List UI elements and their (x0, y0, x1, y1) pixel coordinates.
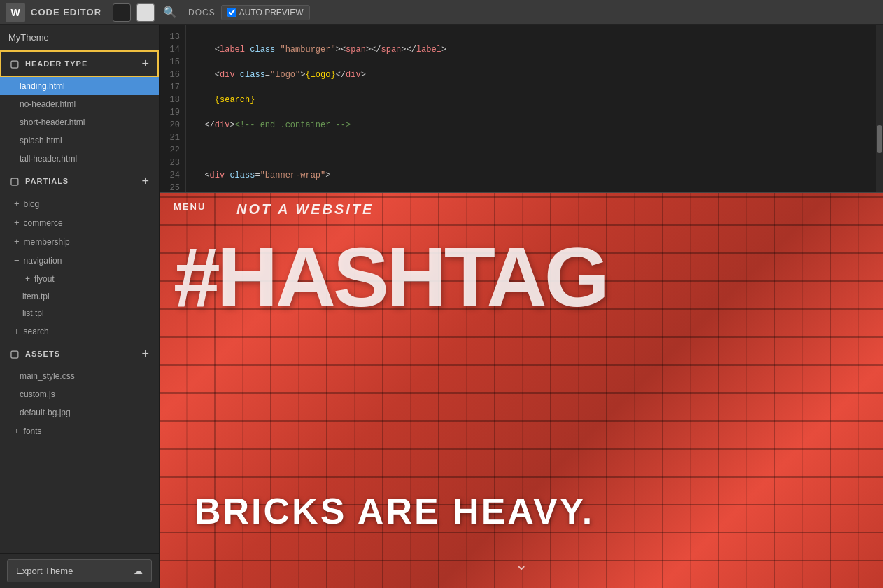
header-type-header-left: ▢ HEADER TYPE (10, 58, 87, 69)
partial-commerce[interactable]: + commerce (0, 213, 159, 232)
code-line-17 (195, 144, 875, 157)
search-btn[interactable]: 🔍 (160, 3, 180, 22)
app-logo: W (6, 3, 25, 22)
preview-area: MENU NOT A WEBSITE #HASHTAG BRICKS ARE H… (160, 193, 883, 588)
preview-hashtag: #HASHTAG (174, 235, 607, 319)
partials-icon: ▢ (10, 175, 20, 187)
code-line-16: </div><!-- end .container --> (195, 119, 875, 131)
editor-preview-area: 13 14 15 16 17 18 19 20 21 22 23 24 25 2… (160, 25, 883, 588)
assets-icon: ▢ (10, 348, 20, 359)
partials-header-left: ▢ PARTIALS (10, 175, 69, 187)
file-item-tpl[interactable]: item.tpl (0, 288, 159, 305)
line-num-25: 25 (160, 182, 185, 192)
code-line-18: <div class="banner-wrap"> (195, 169, 875, 182)
add-partial-btn[interactable]: + (141, 175, 149, 187)
line-num-13: 13 (160, 31, 185, 43)
file-landing-html[interactable]: landing.html (0, 77, 159, 95)
file-icon: ▢ (10, 58, 20, 69)
header-type-label: HEADER TYPE (25, 59, 87, 68)
line-num-24: 24 (160, 169, 185, 182)
code-line-13: <label class="hamburger"><span></span></… (195, 43, 875, 56)
export-theme-label: Export Theme (16, 566, 73, 576)
assets-label: ASSETS (25, 350, 60, 358)
toolbar: W CODE EDITOR 🔍 DOCS AUTO PREVIEW (0, 0, 883, 25)
preview-menu-label: MENU (174, 201, 206, 212)
add-header-btn[interactable]: + (141, 57, 149, 70)
docs-link[interactable]: DOCS (188, 8, 216, 17)
code-line-14: <div class="logo">{logo}</div> (195, 69, 875, 81)
dark-theme-btn[interactable] (113, 3, 131, 22)
line-numbers: 13 14 15 16 17 18 19 20 21 22 23 24 25 2… (160, 25, 186, 192)
header-type-section[interactable]: ▢ HEADER TYPE + (0, 50, 159, 77)
plus-icon-membership: + (14, 236, 20, 247)
file-splash-html[interactable]: splash.html (0, 131, 159, 150)
minus-icon-navigation: − (14, 255, 20, 266)
auto-preview-toggle[interactable]: AUTO PREVIEW (221, 5, 310, 20)
logo-icon: W (10, 7, 20, 18)
file-main-style-css[interactable]: main_style.css (0, 367, 159, 385)
auto-preview-label: AUTO PREVIEW (239, 8, 304, 17)
cloud-upload-icon: ☁ (134, 566, 143, 576)
line-num-14: 14 (160, 43, 185, 56)
plus-icon-commerce: + (14, 217, 20, 228)
partial-fonts[interactable]: + fonts (0, 422, 159, 440)
scrollbar-thumb[interactable] (877, 125, 882, 153)
line-num-21: 21 (160, 131, 185, 144)
partials-section[interactable]: ▢ PARTIALS + (0, 168, 159, 194)
sidebar: MyTheme ▢ HEADER TYPE + landing.html no-… (0, 25, 160, 588)
main-area: MyTheme ▢ HEADER TYPE + landing.html no-… (0, 25, 883, 588)
assets-section[interactable]: ▢ ASSETS + (0, 340, 159, 367)
line-num-22: 22 (160, 144, 185, 157)
line-num-18: 18 (160, 94, 185, 106)
preview-tagline: NOT A WEBSITE (236, 201, 374, 217)
file-default-bg-jpg[interactable]: default-bg.jpg (0, 403, 159, 422)
code-editor[interactable]: 13 14 15 16 17 18 19 20 21 22 23 24 25 2… (160, 25, 883, 193)
auto-preview-checkbox[interactable] (227, 8, 236, 17)
plus-icon-search: + (14, 326, 20, 336)
partial-blog[interactable]: + blog (0, 194, 159, 213)
code-lines: 13 14 15 16 17 18 19 20 21 22 23 24 25 2… (160, 25, 883, 192)
partial-membership[interactable]: + membership (0, 232, 159, 251)
file-custom-js[interactable]: custom.js (0, 385, 159, 403)
preview-bricks-text: BRICKS ARE HEAVY. (195, 490, 594, 532)
add-asset-btn[interactable]: + (141, 347, 149, 360)
partials-label: PARTIALS (25, 177, 69, 185)
theme-name: MyTheme (0, 25, 159, 50)
file-list-tpl[interactable]: list.tpl (0, 305, 159, 322)
file-no-header-html[interactable]: no-header.html (0, 95, 159, 113)
app-title: CODE EDITOR (31, 7, 101, 17)
sidebar-footer: Export Theme ☁ (0, 553, 159, 588)
line-num-15: 15 (160, 56, 185, 69)
partial-navigation[interactable]: − navigation (0, 251, 159, 270)
assets-header-left: ▢ ASSETS (10, 348, 60, 359)
plus-icon-blog: + (14, 199, 20, 209)
light-theme-btn[interactable] (136, 3, 155, 22)
plus-icon-fonts: + (14, 426, 20, 436)
horizontal-scrollbar[interactable] (876, 25, 883, 192)
preview-scroll-arrow: ⌄ (515, 556, 528, 574)
file-short-header-html[interactable]: short-header.html (0, 113, 159, 131)
file-tall-header-html[interactable]: tall-header.html (0, 150, 159, 168)
line-num-16: 16 (160, 69, 185, 81)
line-num-17: 17 (160, 81, 185, 94)
partial-flyout[interactable]: + flyout (0, 270, 159, 288)
export-theme-button[interactable]: Export Theme ☁ (7, 559, 152, 582)
line-num-20: 20 (160, 119, 185, 131)
sidebar-content: ▢ HEADER TYPE + landing.html no-header.h… (0, 50, 159, 553)
line-num-19: 19 (160, 106, 185, 119)
line-num-23: 23 (160, 157, 185, 169)
code-content[interactable]: <label class="hamburger"><span></span></… (186, 25, 883, 192)
partial-search[interactable]: + search (0, 322, 159, 340)
plus-icon-flyout: + (25, 274, 30, 284)
code-line-15: {search} (195, 94, 875, 106)
